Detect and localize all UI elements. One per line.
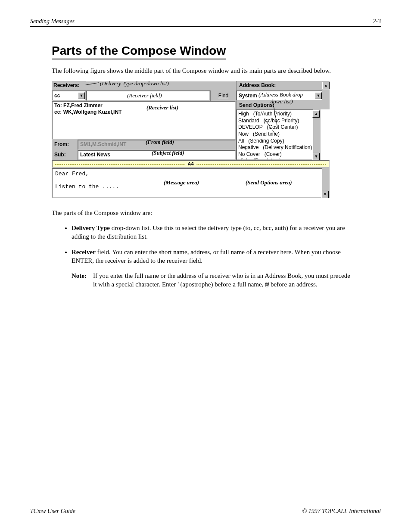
bullet-text: drop-down list. Use this to select the d…: [72, 224, 345, 240]
header-right: 2-3: [373, 18, 381, 25]
delivery-type-value: cc: [54, 93, 60, 99]
scroll-down-button[interactable]: ▼: [312, 153, 320, 160]
receivers-label: Receivers:: [52, 81, 86, 90]
note-text2: before an address.: [269, 281, 317, 288]
delivery-type-dropdown[interactable]: cc ▼: [52, 90, 86, 101]
receiver-list[interactable]: To: FZ,Fred Zimmer cc: WK,Wolfgang Kuzel…: [52, 101, 236, 140]
bullet-label: Delivery Type: [72, 224, 110, 231]
bullet-label: Receiver: [72, 249, 96, 255]
footer-left: TCmw User Guide: [30, 508, 75, 515]
note-tt: @: [265, 281, 269, 289]
list-item: Receiver field. You can enter the short …: [72, 248, 353, 289]
intro-paragraph: The following figure shows the middle pa…: [52, 66, 362, 75]
scroll-track: [322, 90, 330, 101]
send-options-list[interactable]: High (To/Auth Priority) Standard (cc/bcc…: [236, 109, 313, 160]
bullet-text: field. You can enter the short name, add…: [72, 249, 341, 264]
page-ruler: A4: [52, 160, 330, 168]
address-book-dropdown[interactable]: System ▼: [236, 90, 322, 101]
subject-label: Sub:: [52, 150, 78, 160]
find-button[interactable]: Find: [210, 90, 236, 101]
receiver-input[interactable]: [86, 90, 210, 101]
scroll-up-button[interactable]: ▲: [312, 110, 320, 118]
scroll-up-button[interactable]: ▲: [322, 82, 330, 89]
subject-input[interactable]: Latest News: [78, 150, 236, 160]
header-left: Sending Messages: [30, 18, 75, 25]
list-item: Delivery Type drop-down list. Use this t…: [72, 224, 353, 241]
from-field: SM1,M.Schmid,INT: [78, 140, 236, 150]
footer-right: © 1997 TOPCALL International: [302, 508, 381, 515]
toolbar-spacer: [86, 81, 236, 90]
section-title: Parts of the Compose Window: [52, 44, 226, 59]
message-scrollbar[interactable]: ▼: [322, 168, 330, 198]
send-options-scrollbar[interactable]: ▲ ▼: [313, 109, 321, 160]
from-label: From:: [52, 140, 78, 150]
address-book-label: Address Book:: [236, 81, 322, 90]
find-label: Find: [218, 93, 228, 99]
parts-list: Delivery Type drop-down list. Use this t…: [60, 224, 353, 290]
chevron-down-icon[interactable]: ▼: [315, 92, 322, 99]
note-label: Note:: [72, 271, 93, 290]
after-figure-text: The parts of the Compose window are:: [52, 208, 362, 217]
address-book-value: System: [239, 93, 257, 99]
ruler-label: A4: [185, 161, 196, 166]
message-textarea[interactable]: Dear Fred, Listen to the .....: [52, 168, 322, 198]
scroll-down-button[interactable]: ▼: [321, 191, 329, 198]
send-options-label: Send Options:: [236, 101, 330, 109]
compose-window-figure: Receivers: Address Book: ▲ cc ▼ Find Sys…: [52, 81, 330, 198]
chevron-down-icon[interactable]: ▼: [78, 92, 85, 99]
